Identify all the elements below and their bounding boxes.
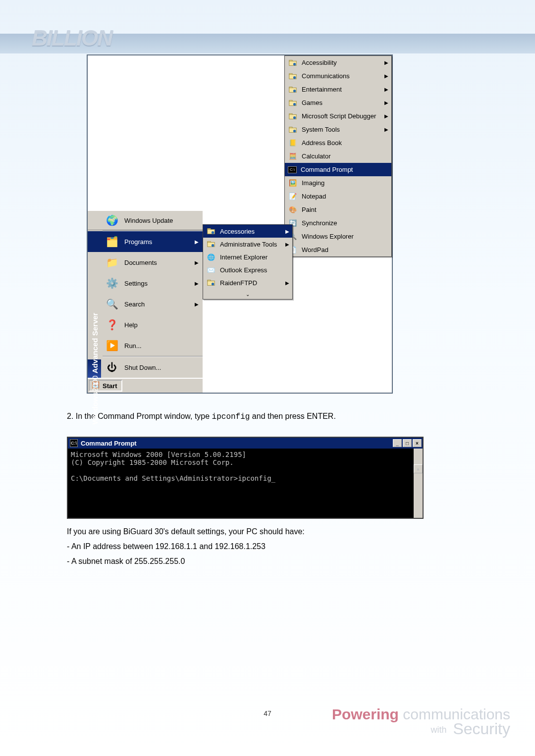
menu-label: Accessibility	[302, 59, 337, 66]
submenu-arrow-icon: ▶	[195, 302, 199, 307]
notes-line1: If you are using BiGuard 30's default se…	[67, 526, 463, 538]
menu-item-calculator[interactable]: 🧮 Calculator	[285, 150, 391, 163]
maximize-button[interactable]: □	[403, 439, 412, 447]
menu-label: Notepad	[302, 193, 326, 200]
step2-cmd: ipconfig	[212, 412, 250, 421]
menu-item-admin-tools[interactable]: Administrative Tools ▶	[203, 238, 292, 251]
menu-item-games[interactable]: Games ▶	[285, 96, 391, 109]
menu-item-paint[interactable]: 🎨 Paint	[285, 203, 391, 216]
submenu-arrow-icon: ▶	[195, 239, 199, 245]
menu-item-command-prompt[interactable]: C:\ Command Prompt	[285, 163, 391, 176]
menu-label: Accessories	[220, 228, 255, 235]
submenu-arrow-icon: ▶	[285, 242, 289, 247]
menu-item-settings[interactable]: ⚙️ Settings ▶	[88, 273, 203, 294]
menu-label: Search	[124, 301, 145, 308]
svg-point-23	[212, 244, 214, 247]
svg-point-20	[212, 231, 214, 234]
menu-label: Communications	[302, 72, 350, 80]
brand-logo: BILLION	[32, 26, 112, 50]
cmd-prompt: C:\Documents and Settings\Administrator>…	[71, 474, 275, 482]
cmd-icon: C:\	[288, 166, 297, 173]
menu-item-raidenftpd[interactable]: RaidenFTPD ▶	[203, 276, 292, 289]
menu-item-programs[interactable]: 🗂️ Programs ▶	[88, 231, 203, 252]
submenu-arrow-icon: ▶	[384, 87, 388, 92]
menu-label: Calculator	[302, 152, 331, 160]
folder-icon	[288, 111, 298, 121]
imaging-icon: 🖼️	[288, 178, 298, 188]
help-icon: ❓	[105, 317, 119, 332]
menu-label: Help	[124, 321, 138, 329]
submenu-arrow-icon: ▶	[384, 60, 388, 65]
minimize-button[interactable]: _	[393, 439, 402, 447]
menu-item-system-tools[interactable]: System Tools ▶	[285, 123, 391, 136]
menu-item-entertainment[interactable]: Entertainment ▶	[285, 83, 391, 96]
menu-label: Settings	[124, 280, 148, 287]
svg-point-2	[293, 63, 296, 65]
menu-label: Games	[302, 99, 322, 106]
menu-item-search[interactable]: 🔍 Search ▶	[88, 294, 203, 314]
menu-label: Internet Explorer	[220, 253, 268, 261]
start-label: Start	[103, 382, 117, 390]
submenu-arrow-icon: ▶	[384, 100, 388, 105]
menu-item-help[interactable]: ❓ Help	[88, 314, 203, 335]
menu-label: Address Book	[302, 139, 342, 147]
submenu-arrow-icon: ▶	[195, 260, 199, 265]
menu-item-accessories[interactable]: Accessories ▶	[203, 225, 292, 238]
menu-label: Documents	[124, 259, 157, 266]
addressbook-icon: 📒	[288, 138, 298, 148]
windows-update-icon: 🌍	[105, 213, 119, 228]
calculator-icon: 🧮	[288, 151, 298, 161]
page-content: Accessibility ▶ Communications ▶ Enterta…	[67, 54, 463, 567]
close-button[interactable]: ×	[413, 439, 422, 447]
svg-point-11	[293, 103, 296, 105]
menu-label: Entertainment	[302, 86, 342, 93]
menu-item-run[interactable]: ▶️ Run...	[88, 335, 203, 356]
documents-icon: 📁	[105, 255, 119, 270]
folder-icon	[288, 85, 298, 95]
menu-item-ie[interactable]: 🌐 Internet Explorer	[203, 251, 292, 263]
menu-item-outlook[interactable]: ✉️ Outlook Express	[203, 263, 292, 276]
programs-flyout: Accessories ▶ Administrative Tools ▶ 🌐 I…	[203, 224, 293, 300]
menu-item-documents[interactable]: 📁 Documents ▶	[88, 252, 203, 273]
menu-item-shutdown[interactable]: ⏻ Shut Down...	[88, 357, 203, 378]
step2-text: 2. In the Command Prompt window, type ip…	[67, 410, 463, 423]
scroll-up-icon[interactable]: ▲	[414, 464, 423, 473]
submenu-arrow-icon: ▶	[384, 113, 388, 119]
cmd-title-text: Command Prompt	[81, 440, 137, 447]
step2-suffix: and then press ENTER.	[250, 412, 335, 420]
menu-item-imaging[interactable]: 🖼️ Imaging	[285, 176, 391, 190]
menu-item-windows-update[interactable]: 🌍 Windows Update	[88, 211, 203, 230]
page-number: 47	[264, 709, 271, 717]
submenu-arrow-icon: ▶	[195, 281, 199, 286]
menu-item-notepad[interactable]: 📝 Notepad	[285, 190, 391, 203]
programs-icon: 🗂️	[105, 234, 119, 249]
menu-item-synchronize[interactable]: 🔄 Synchronize	[285, 216, 391, 230]
submenu-arrow-icon: ▶	[384, 73, 388, 79]
cmd-body: Microsoft Windows 2000 [Version 5.00.219…	[68, 449, 423, 518]
paint-icon: 🎨	[288, 205, 298, 215]
accessories-flyout: Accessibility ▶ Communications ▶ Enterta…	[284, 55, 392, 257]
expand-chevron-icon[interactable]: ⌄	[203, 289, 292, 299]
cmd-line1: Microsoft Windows 2000 [Version 5.00.219…	[71, 451, 246, 458]
menu-item-script-debugger[interactable]: Microsoft Script Debugger ▶	[285, 109, 391, 123]
submenu-arrow-icon: ▶	[285, 280, 289, 286]
footer-with: with	[430, 725, 449, 735]
menu-label: Microsoft Script Debugger	[302, 112, 376, 120]
menu-item-address-book[interactable]: 📒 Address Book	[285, 136, 391, 150]
folder-icon	[206, 226, 216, 236]
cmd-scrollbar[interactable]: ▲	[414, 449, 423, 518]
cmd-line2: (C) Copyright 1985-2000 Microsoft Corp.	[71, 458, 234, 466]
svg-point-5	[293, 76, 296, 79]
settings-icon: ⚙️	[105, 276, 119, 291]
notes-line2: - An IP address between 192.168.1.1 and …	[67, 541, 463, 553]
submenu-arrow-icon: ▶	[384, 127, 388, 132]
menu-item-windows-explorer[interactable]: 🔍 Windows Explorer	[285, 230, 391, 243]
menu-item-communications[interactable]: Communications ▶	[285, 69, 391, 83]
svg-point-26	[212, 283, 214, 285]
step2-prefix: 2. In the Command Prompt window, type	[67, 412, 212, 420]
menu-item-wordpad[interactable]: 📄 WordPad	[285, 243, 391, 256]
menu-item-accessibility[interactable]: Accessibility ▶	[285, 56, 391, 69]
menu-label: Outlook Express	[220, 266, 267, 274]
menu-label: Windows Explorer	[302, 233, 354, 240]
submenu-arrow-icon: ▶	[285, 229, 289, 234]
